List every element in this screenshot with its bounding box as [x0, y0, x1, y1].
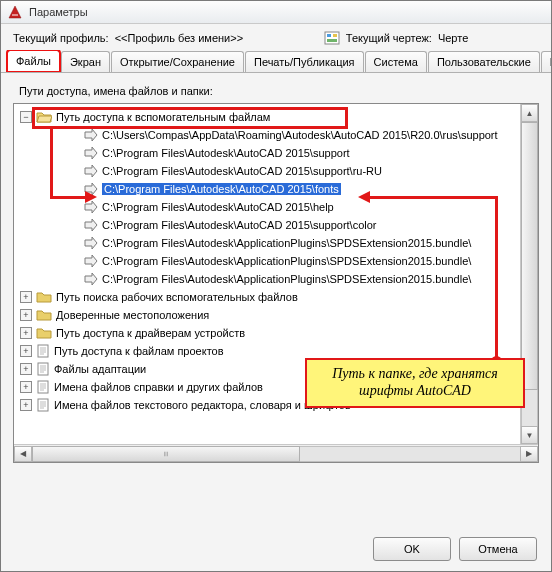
- svg-rect-1: [327, 34, 331, 37]
- tree-sibling[interactable]: + Файлы адаптации: [16, 360, 538, 378]
- titlebar: Параметры: [1, 1, 551, 24]
- tree-path-label: C:\Program Files\Autodesk\AutoCAD 2015\f…: [102, 183, 341, 195]
- folder-open-icon: [36, 110, 52, 124]
- window-title: Параметры: [29, 6, 88, 18]
- tree-path-item[interactable]: C:\Users\Compas\AppData\Roaming\Autodesk…: [16, 126, 538, 144]
- cancel-button[interactable]: Отмена: [459, 537, 537, 561]
- tree-path-label: C:\Program Files\Autodesk\ApplicationPlu…: [102, 273, 471, 285]
- tree-root-label: Путь доступа к вспомогательным файлам: [56, 111, 270, 123]
- tree-sibling[interactable]: + Имена файлов справки и других файлов: [16, 378, 538, 396]
- page-icon: [36, 380, 50, 394]
- tree-sibling-label: Имена файлов справки и других файлов: [54, 381, 263, 393]
- current-drawing-value: Черте: [438, 32, 468, 44]
- dialog-buttons: OK Отмена: [1, 527, 551, 571]
- tree-path-item[interactable]: C:\Program Files\Autodesk\AutoCAD 2015\s…: [16, 216, 538, 234]
- tree-path-label: C:\Program Files\Autodesk\AutoCAD 2015\h…: [102, 201, 334, 213]
- scroll-right-button[interactable]: ▶: [520, 446, 538, 462]
- tab-2[interactable]: Открытие/Сохранение: [111, 51, 244, 73]
- svg-rect-9: [38, 363, 48, 375]
- folder-icon: [36, 326, 52, 340]
- ok-button-label: OK: [404, 543, 420, 555]
- tree-sibling-label: Доверенные местоположения: [56, 309, 209, 321]
- tree-root[interactable]: − Путь доступа к вспомогательным файлам: [16, 108, 538, 126]
- toggle-icon[interactable]: +: [20, 399, 32, 411]
- tree: − Путь доступа к вспомогательным файлам …: [13, 103, 539, 463]
- tree-sibling[interactable]: + Доверенные местоположения: [16, 306, 538, 324]
- scroll-down-button[interactable]: ▼: [521, 426, 538, 444]
- toggle-icon[interactable]: +: [20, 327, 32, 339]
- tab-5[interactable]: Пользовательские: [428, 51, 540, 73]
- tree-path-item[interactable]: C:\Program Files\Autodesk\AutoCAD 2015\f…: [16, 180, 538, 198]
- path-arrow-icon: [84, 200, 98, 214]
- tree-path-label: C:\Program Files\Autodesk\AutoCAD 2015\s…: [102, 147, 350, 159]
- ok-button[interactable]: OK: [373, 537, 451, 561]
- tree-sibling-label: Имена файлов текстового редактора, слова…: [54, 399, 351, 411]
- tree-path-label: C:\Program Files\Autodesk\ApplicationPlu…: [102, 237, 471, 249]
- toggle-icon[interactable]: +: [20, 309, 32, 321]
- path-arrow-icon: [84, 254, 98, 268]
- toggle-icon[interactable]: +: [20, 345, 32, 357]
- tree-sibling-label: Путь поиска рабочих вспомогательных файл…: [56, 291, 298, 303]
- drawing-icon: [324, 30, 340, 46]
- path-arrow-icon: [84, 218, 98, 232]
- tab-3[interactable]: Печать/Публикация: [245, 51, 364, 73]
- tree-sibling[interactable]: + Имена файлов текстового редактора, сло…: [16, 396, 538, 414]
- tree-path-label: C:\Program Files\Autodesk\AutoCAD 2015\s…: [102, 165, 382, 177]
- toggle-icon[interactable]: +: [20, 291, 32, 303]
- current-profile-label: Текущий профиль:: [13, 32, 109, 44]
- tree-sibling-label: Путь доступа к файлам проектов: [54, 345, 224, 357]
- svg-rect-3: [327, 39, 337, 42]
- scroll-left-button[interactable]: ◀: [14, 446, 32, 462]
- scroll-up-button[interactable]: ▲: [521, 104, 538, 122]
- folder-icon: [36, 290, 52, 304]
- options-dialog: Параметры Текущий профиль: <<Профиль без…: [0, 0, 552, 572]
- vscroll-track[interactable]: [521, 122, 538, 426]
- current-profile-value: <<Профиль без имени>>: [115, 32, 243, 44]
- tree-path-item[interactable]: C:\Program Files\Autodesk\ApplicationPlu…: [16, 234, 538, 252]
- toggle-icon[interactable]: +: [20, 363, 32, 375]
- tree-path-label: C:\Users\Compas\AppData\Roaming\Autodesk…: [102, 129, 498, 141]
- tree-body[interactable]: − Путь доступа к вспомогательным файлам …: [14, 104, 538, 444]
- tree-path-item[interactable]: C:\Program Files\Autodesk\AutoCAD 2015\s…: [16, 144, 538, 162]
- tree-path-item[interactable]: C:\Program Files\Autodesk\ApplicationPlu…: [16, 270, 538, 288]
- tree-path-item[interactable]: C:\Program Files\Autodesk\AutoCAD 2015\s…: [16, 162, 538, 180]
- page-icon: [36, 344, 50, 358]
- folder-icon: [36, 308, 52, 322]
- path-arrow-icon: [84, 146, 98, 160]
- horizontal-scrollbar[interactable]: ◀ ▶: [14, 444, 538, 462]
- page-icon: [36, 398, 50, 412]
- path-arrow-icon: [84, 164, 98, 178]
- path-arrow-icon: [84, 182, 98, 196]
- tree-path-item[interactable]: C:\Program Files\Autodesk\ApplicationPlu…: [16, 252, 538, 270]
- panel: Пути доступа, имена файлов и папки: − Пу…: [1, 73, 551, 527]
- path-arrow-icon: [84, 272, 98, 286]
- tab-0[interactable]: Файлы: [7, 50, 60, 72]
- tabs: ФайлыЭкранОткрытие/СохранениеПечать/Публ…: [1, 50, 551, 73]
- path-arrow-icon: [84, 128, 98, 142]
- tree-sibling[interactable]: + Путь поиска рабочих вспомогательных фа…: [16, 288, 538, 306]
- tree-path-item[interactable]: C:\Program Files\Autodesk\AutoCAD 2015\h…: [16, 198, 538, 216]
- hscroll-track[interactable]: [32, 446, 520, 462]
- path-arrow-icon: [84, 236, 98, 250]
- toggle-icon[interactable]: +: [20, 381, 32, 393]
- tree-sibling-label: Путь доступа к драйверам устройств: [56, 327, 245, 339]
- tree-sibling[interactable]: + Путь доступа к драйверам устройств: [16, 324, 538, 342]
- hscroll-thumb[interactable]: [32, 446, 300, 462]
- tree-path-label: C:\Program Files\Autodesk\AutoCAD 2015\s…: [102, 219, 377, 231]
- header-row: Текущий профиль: <<Профиль без имени>> Т…: [1, 24, 551, 50]
- page-icon: [36, 362, 50, 376]
- tab-6[interactable]: Построе: [541, 51, 551, 73]
- svg-rect-4: [38, 345, 48, 357]
- svg-rect-14: [38, 381, 48, 393]
- vertical-scrollbar[interactable]: ▲ ▼: [520, 104, 538, 444]
- toggle-icon[interactable]: −: [20, 111, 32, 123]
- vscroll-thumb[interactable]: [521, 122, 538, 390]
- cancel-button-label: Отмена: [478, 543, 517, 555]
- tree-sibling-label: Файлы адаптации: [54, 363, 146, 375]
- svg-rect-19: [38, 399, 48, 411]
- panel-caption: Пути доступа, имена файлов и папки:: [19, 85, 539, 97]
- tree-sibling[interactable]: + Путь доступа к файлам проектов: [16, 342, 538, 360]
- tab-1[interactable]: Экран: [61, 51, 110, 73]
- app-icon: [7, 4, 23, 20]
- tab-4[interactable]: Система: [365, 51, 427, 73]
